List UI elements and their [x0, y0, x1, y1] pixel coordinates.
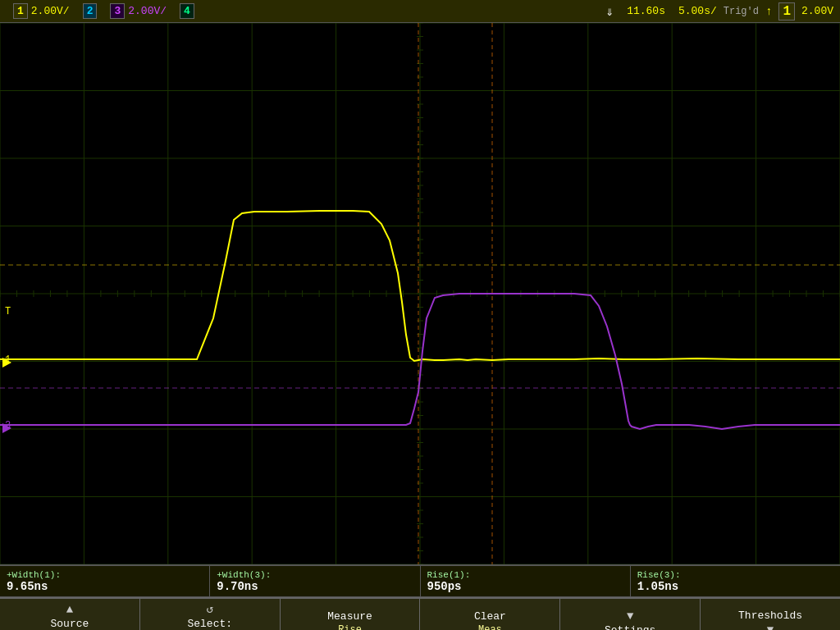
- svg-text:T: T: [5, 306, 11, 317]
- trigger-section: Trig'd ↑ 1 2.00V: [724, 2, 833, 21]
- ch1-value: 2.00V/: [31, 5, 70, 17]
- ch2-indicator: 2: [76, 0, 104, 22]
- waveform-svg: T 1 3: [0, 23, 840, 564]
- time-div: 5.00s/: [672, 0, 724, 22]
- settings-label: Settings: [605, 624, 655, 631]
- clear-meas-label: Clear: [474, 610, 506, 623]
- ch2-label: 2: [83, 3, 98, 19]
- meas-val-1: 9.65ns: [7, 580, 48, 593]
- clear-meas-sub: Meas: [478, 624, 502, 631]
- time-offset: 11.60s: [620, 0, 672, 22]
- thresholds-label: Thresholds: [738, 609, 802, 622]
- meas-cell-2: +Width(3): 9.70ns: [210, 566, 420, 596]
- measure-label: Measure: [327, 610, 372, 623]
- meas-val-4: 1.05ns: [637, 580, 678, 593]
- ch3-label: 3: [110, 3, 125, 19]
- settings-button: ▼ Settings: [560, 599, 701, 630]
- bottom-button-bar: ▲ Source 3 ↺ Select: Rise Measure Rise C…: [0, 597, 840, 630]
- meas-label-3: Rise(1):: [427, 570, 471, 580]
- meas-val-2: 9.70ns: [217, 580, 258, 593]
- thresholds-button[interactable]: Thresholds ▼: [701, 599, 840, 630]
- ch4-indicator: 4: [173, 0, 201, 22]
- meas-cell-4: Rise(3): 1.05ns: [631, 566, 840, 596]
- thresholds-down-icon: ▼: [767, 623, 774, 631]
- meas-label-4: Rise(3):: [637, 570, 681, 580]
- scope-display: T 1 3: [0, 23, 840, 564]
- clear-meas-button[interactable]: Clear Meas: [420, 599, 560, 630]
- source-button[interactable]: ▲ Source 3: [0, 599, 140, 630]
- ch1-indicator: 1 2.00V/: [7, 0, 76, 22]
- ch1-label: 1: [13, 3, 28, 19]
- measurements-bar: +Width(1): 9.65ns +Width(3): 9.70ns Rise…: [0, 564, 840, 597]
- measure-button[interactable]: Measure Rise: [281, 599, 421, 630]
- trig-state: Trig'd: [724, 6, 759, 17]
- meas-label-2: +Width(3):: [217, 570, 271, 580]
- trig-arrow: ↑: [765, 5, 772, 18]
- source-up-icon: ▲: [66, 603, 73, 616]
- ch3-indicator: 3 2.00V/: [103, 0, 173, 22]
- trigger-cursor-icon: ⇓: [605, 3, 614, 20]
- meas-label-1: +Width(1):: [7, 570, 61, 580]
- trig-ch: 1: [778, 2, 795, 21]
- select-cycle-icon: ↺: [207, 602, 213, 616]
- top-status-bar: 1 2.00V/ 2 3 2.00V/ 4 ⇓ 11.60s 5.00s/ Tr…: [0, 0, 840, 23]
- select-label: Select:: [187, 618, 232, 630]
- trig-level: 2.00V: [801, 5, 833, 17]
- source-label: Source: [51, 618, 89, 630]
- meas-val-3: 950ps: [427, 580, 462, 593]
- meas-cell-1: +Width(1): 9.65ns: [0, 566, 210, 596]
- ch3-value: 2.00V/: [128, 5, 167, 17]
- measure-value: Rise: [338, 624, 362, 631]
- meas-cell-3: Rise(1): 950ps: [421, 566, 631, 596]
- ch4-label: 4: [180, 3, 194, 19]
- settings-down-icon: ▼: [627, 609, 633, 623]
- select-button[interactable]: ↺ Select: Rise: [140, 599, 281, 630]
